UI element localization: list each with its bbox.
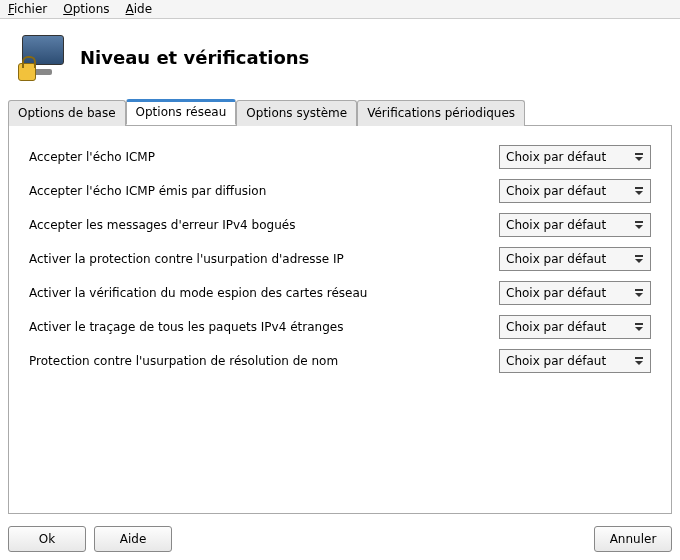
svg-rect-4 (635, 221, 643, 223)
svg-rect-12 (635, 357, 643, 359)
option-label: Accepter l'écho ICMP (25, 140, 495, 174)
svg-marker-5 (635, 225, 643, 229)
option-select-value: Choix par défaut (506, 150, 630, 164)
dropdown-arrow-icon (630, 249, 648, 269)
menu-help[interactable]: Aide (126, 2, 153, 16)
option-row: Accepter l'écho ICMP émis par diffusionC… (25, 174, 655, 208)
option-select-value: Choix par défaut (506, 286, 630, 300)
svg-rect-2 (635, 187, 643, 189)
option-select[interactable]: Choix par défaut (499, 281, 651, 305)
dropdown-arrow-icon (630, 283, 648, 303)
svg-marker-7 (635, 259, 643, 263)
option-select-value: Choix par défaut (506, 354, 630, 368)
option-select[interactable]: Choix par défaut (499, 315, 651, 339)
option-row: Activer le traçage de tous les paquets I… (25, 310, 655, 344)
option-label: Accepter les messages d'erreur IPv4 bogu… (25, 208, 495, 242)
option-label: Activer la protection contre l'usurpatio… (25, 242, 495, 276)
dropdown-arrow-icon (630, 147, 648, 167)
option-select[interactable]: Choix par défaut (499, 179, 651, 203)
page-title: Niveau et vérifications (80, 47, 309, 68)
tab-options-systeme[interactable]: Options système (236, 100, 357, 126)
option-label: Activer la vérification du mode espion d… (25, 276, 495, 310)
tab-bar: Options de base Options réseau Options s… (8, 99, 672, 125)
option-select[interactable]: Choix par défaut (499, 145, 651, 169)
help-button[interactable]: Aide (94, 526, 172, 552)
dropdown-arrow-icon (630, 351, 648, 371)
menubar: Fichier Options Aide (0, 0, 680, 19)
svg-marker-13 (635, 361, 643, 365)
option-row: Activer la vérification du mode espion d… (25, 276, 655, 310)
svg-rect-10 (635, 323, 643, 325)
option-row: Accepter l'écho ICMPChoix par défaut (25, 140, 655, 174)
options-table: Accepter l'écho ICMPChoix par défautAcce… (25, 140, 655, 378)
option-select[interactable]: Choix par défaut (499, 349, 651, 373)
option-select-value: Choix par défaut (506, 184, 630, 198)
svg-marker-9 (635, 293, 643, 297)
header: Niveau et vérifications (0, 19, 680, 99)
dropdown-arrow-icon (630, 317, 648, 337)
tab-options-reseau[interactable]: Options réseau (126, 99, 237, 125)
option-select-value: Choix par défaut (506, 252, 630, 266)
option-select-value: Choix par défaut (506, 320, 630, 334)
dropdown-arrow-icon (630, 181, 648, 201)
tab-verifications-periodiques[interactable]: Vérifications périodiques (357, 100, 525, 126)
dropdown-arrow-icon (630, 215, 648, 235)
security-monitor-icon (18, 33, 66, 81)
tab-panel-options-reseau: Accepter l'écho ICMPChoix par défautAcce… (8, 125, 672, 514)
svg-rect-6 (635, 255, 643, 257)
option-row: Protection contre l'usurpation de résolu… (25, 344, 655, 378)
menu-options[interactable]: Options (63, 2, 109, 16)
option-row: Activer la protection contre l'usurpatio… (25, 242, 655, 276)
svg-marker-3 (635, 191, 643, 195)
svg-rect-0 (635, 153, 643, 155)
footer-buttons: Ok Aide Annuler (0, 522, 680, 560)
ok-button[interactable]: Ok (8, 526, 86, 552)
option-select[interactable]: Choix par défaut (499, 213, 651, 237)
cancel-button[interactable]: Annuler (594, 526, 672, 552)
svg-rect-8 (635, 289, 643, 291)
option-row: Accepter les messages d'erreur IPv4 bogu… (25, 208, 655, 242)
option-select-value: Choix par défaut (506, 218, 630, 232)
option-label: Accepter l'écho ICMP émis par diffusion (25, 174, 495, 208)
svg-marker-11 (635, 327, 643, 331)
menu-file[interactable]: Fichier (8, 2, 47, 16)
option-label: Activer le traçage de tous les paquets I… (25, 310, 495, 344)
svg-marker-1 (635, 157, 643, 161)
tab-options-base[interactable]: Options de base (8, 100, 126, 126)
option-select[interactable]: Choix par défaut (499, 247, 651, 271)
option-label: Protection contre l'usurpation de résolu… (25, 344, 495, 378)
